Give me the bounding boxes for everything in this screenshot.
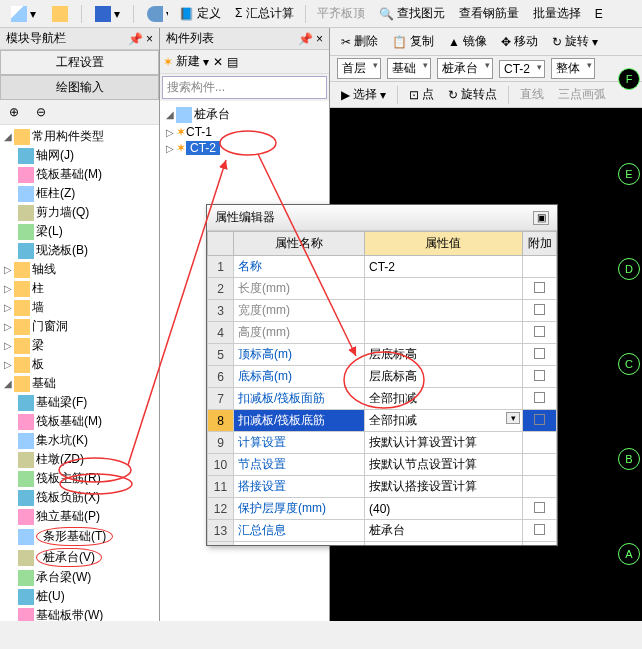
line-button[interactable]: 直线 bbox=[513, 83, 551, 106]
property-row[interactable]: 14备注 bbox=[208, 542, 557, 546]
property-add[interactable] bbox=[523, 432, 557, 454]
property-value[interactable] bbox=[364, 278, 522, 300]
tree-item[interactable]: 独立基础(P) bbox=[36, 508, 100, 525]
expand-icon[interactable]: ▷ bbox=[2, 340, 14, 351]
property-add[interactable] bbox=[523, 454, 557, 476]
property-row[interactable]: 8扣减板/筏板底筋全部扣减 bbox=[208, 410, 557, 432]
property-value[interactable] bbox=[364, 300, 522, 322]
nav-tool-1[interactable]: ⊕ bbox=[2, 102, 26, 122]
rotate-point-button[interactable]: ↻旋转点 bbox=[441, 83, 504, 106]
property-value[interactable]: 桩承台 bbox=[364, 520, 522, 542]
property-table[interactable]: 属性名称 属性值 附加 1名称CT-22长度(mm)3宽度(mm)4高度(mm)… bbox=[207, 231, 557, 545]
property-add[interactable] bbox=[523, 322, 557, 344]
list-item-selected[interactable]: CT-2 bbox=[186, 141, 220, 155]
property-row[interactable]: 5顶标高(m)层底标高 bbox=[208, 344, 557, 366]
property-add[interactable] bbox=[523, 366, 557, 388]
new-component-button[interactable]: ✶新建 ▾ bbox=[163, 53, 209, 70]
property-add[interactable] bbox=[523, 344, 557, 366]
tree-item[interactable]: 柱墩(ZD) bbox=[36, 451, 84, 468]
checkbox[interactable] bbox=[534, 370, 545, 381]
sum-button[interactable]: Σ 汇总计算 bbox=[228, 2, 301, 25]
collapse-icon[interactable]: ◢ bbox=[2, 378, 14, 389]
nav-tool-2[interactable]: ⊖ bbox=[29, 102, 53, 122]
tree-root[interactable]: 常用构件类型 bbox=[32, 128, 104, 145]
tree-item[interactable]: 桩承台(V) bbox=[36, 548, 102, 567]
move-button[interactable]: ✥移动 bbox=[494, 30, 545, 53]
expand-icon[interactable]: ▷ bbox=[2, 264, 14, 275]
property-value[interactable] bbox=[364, 542, 522, 546]
checkbox[interactable] bbox=[534, 282, 545, 293]
list-root[interactable]: 桩承台 bbox=[194, 106, 230, 123]
list-delete-button[interactable]: ✕ bbox=[213, 55, 223, 69]
property-value[interactable]: 全部扣减 bbox=[364, 388, 522, 410]
property-value[interactable]: 层底标高 bbox=[364, 344, 522, 366]
property-add[interactable] bbox=[523, 520, 557, 542]
tree-item[interactable]: 轴网(J) bbox=[36, 147, 74, 164]
property-row[interactable]: 11搭接设置按默认搭接设置计算 bbox=[208, 476, 557, 498]
property-value[interactable]: CT-2 bbox=[364, 256, 522, 278]
tree-item[interactable]: 剪力墙(Q) bbox=[36, 204, 89, 221]
save-button[interactable]: ▾ bbox=[88, 3, 127, 25]
property-add[interactable] bbox=[523, 498, 557, 520]
view-rebar-button[interactable]: 查看钢筋量 bbox=[452, 2, 526, 25]
tab-draw-input[interactable]: 绘图输入 bbox=[0, 75, 159, 100]
tree-item[interactable]: 集水坑(K) bbox=[36, 432, 88, 449]
delete-button[interactable]: ✂删除 bbox=[334, 30, 385, 53]
expand-icon[interactable]: ▷ bbox=[2, 302, 14, 313]
property-add[interactable] bbox=[523, 410, 557, 432]
category-combo[interactable]: 基础 bbox=[387, 58, 431, 79]
pin-icon[interactable]: 📌 × bbox=[298, 32, 323, 46]
lid-button[interactable]: E bbox=[588, 4, 610, 24]
tree-item[interactable]: 筏板主筋(R) bbox=[36, 470, 101, 487]
checkbox[interactable] bbox=[534, 524, 545, 535]
property-row[interactable]: 4高度(mm) bbox=[208, 322, 557, 344]
dialog-titlebar[interactable]: 属性编辑器 ▣ bbox=[207, 205, 557, 231]
checkbox[interactable] bbox=[534, 502, 545, 513]
new-file-button[interactable]: ▾ bbox=[4, 3, 43, 25]
expand-icon[interactable]: ▷ bbox=[2, 321, 14, 332]
list-item[interactable]: CT-1 bbox=[186, 125, 212, 139]
property-add[interactable] bbox=[523, 388, 557, 410]
tree-item[interactable]: 条形基础(T) bbox=[36, 527, 113, 546]
checkbox[interactable] bbox=[534, 304, 545, 315]
tree-item[interactable]: 承台梁(W) bbox=[36, 569, 91, 586]
checkbox[interactable] bbox=[534, 414, 545, 425]
tree-item[interactable]: 梁(L) bbox=[36, 223, 63, 240]
view-combo[interactable]: 整体 bbox=[551, 58, 595, 79]
collapse-icon[interactable]: ◢ bbox=[2, 131, 14, 142]
tab-project-settings[interactable]: 工程设置 bbox=[0, 50, 159, 75]
property-row[interactable]: 6底标高(m)层底标高 bbox=[208, 366, 557, 388]
property-add[interactable] bbox=[523, 300, 557, 322]
search-components-input[interactable]: 搜索构件... bbox=[162, 76, 327, 99]
tree-item[interactable]: 桩(U) bbox=[36, 588, 65, 605]
nav-tree[interactable]: ◢常用构件类型 轴网(J) 筏板基础(M) 框柱(Z) 剪力墙(Q) 梁(L) … bbox=[0, 125, 159, 621]
copy-button[interactable]: 📋复制 bbox=[385, 30, 441, 53]
dialog-close-button[interactable]: ▣ bbox=[533, 211, 549, 225]
list-more-button[interactable]: ▤ bbox=[227, 55, 238, 69]
open-file-button[interactable] bbox=[45, 3, 75, 25]
tree-group[interactable]: 墙 bbox=[32, 299, 44, 316]
property-row[interactable]: 12保护层厚度(mm)(40) bbox=[208, 498, 557, 520]
define-button[interactable]: 📘定义 bbox=[172, 2, 228, 25]
type-combo[interactable]: 桩承台 bbox=[437, 58, 493, 79]
find-element-button[interactable]: 🔍查找图元 bbox=[372, 2, 452, 25]
tree-item[interactable]: 框柱(Z) bbox=[36, 185, 75, 202]
property-add[interactable] bbox=[523, 476, 557, 498]
align-slab-button[interactable]: 平齐板顶 bbox=[310, 2, 372, 25]
tree-item[interactable]: 基础板带(W) bbox=[36, 607, 103, 621]
property-value[interactable] bbox=[364, 322, 522, 344]
checkbox[interactable] bbox=[534, 326, 545, 337]
checkbox[interactable] bbox=[534, 392, 545, 403]
property-row[interactable]: 7扣减板/筏板面筋全部扣减 bbox=[208, 388, 557, 410]
tree-item[interactable]: 现浇板(B) bbox=[36, 242, 88, 259]
property-row[interactable]: 9计算设置按默认计算设置计算 bbox=[208, 432, 557, 454]
tree-group[interactable]: 板 bbox=[32, 356, 44, 373]
arc-button[interactable]: 三点画弧 bbox=[551, 83, 613, 106]
property-row[interactable]: 13汇总信息桩承台 bbox=[208, 520, 557, 542]
expand-icon[interactable]: ▷ bbox=[2, 359, 14, 370]
property-add[interactable] bbox=[523, 542, 557, 546]
mirror-button[interactable]: ▲镜像 bbox=[441, 30, 494, 53]
property-row[interactable]: 1名称CT-2 bbox=[208, 256, 557, 278]
tree-item[interactable]: 筏板基础(M) bbox=[36, 413, 102, 430]
property-value[interactable]: 按默认计算设置计算 bbox=[364, 432, 522, 454]
